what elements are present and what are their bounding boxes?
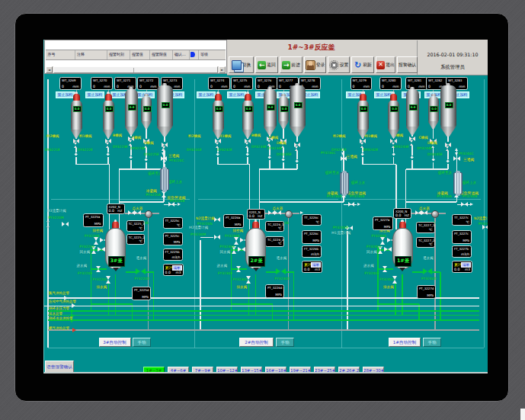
reset-button[interactable]: 清零 bbox=[311, 262, 321, 268]
valve-label: N2流量计阀 bbox=[474, 216, 488, 220]
page-tab-10#~12#[interactable]: 10#~12# bbox=[216, 367, 238, 374]
data-box: TC_3227_1℃ bbox=[416, 222, 435, 233]
column-header: 等级 bbox=[200, 52, 208, 56]
auto-control-button[interactable]: 1#自动控制 bbox=[389, 338, 421, 347]
valve-tag: PY3240N bbox=[479, 223, 488, 226]
valve-tag: FY3230D bbox=[275, 277, 290, 281]
valve-wing bbox=[274, 210, 277, 215]
unit: HZ bbox=[258, 214, 262, 218]
tank-cone bbox=[278, 121, 289, 129]
manual-mode-button[interactable]: 手动 bbox=[276, 338, 294, 347]
pipe bbox=[288, 216, 290, 331]
tag-label: TC_3226_1 bbox=[267, 223, 283, 226]
tank-level-display: 0.0 bbox=[128, 104, 136, 111]
value: 0.0 bbox=[304, 268, 309, 271]
valve-tag: PY3240B bbox=[463, 195, 477, 199]
data-box: TC_3226_2℃ bbox=[265, 236, 284, 248]
flow-arrow-icon bbox=[46, 226, 50, 229]
manual-mode-button[interactable]: 手动 bbox=[423, 338, 441, 347]
valve-wing bbox=[388, 247, 392, 252]
valve-tag: PY3230A bbox=[327, 195, 341, 199]
water-pipe bbox=[115, 274, 117, 316]
tag-label: PT_3225c bbox=[165, 234, 180, 238]
totalizer-box: 累计清零0.0m3 bbox=[452, 261, 472, 273]
reactor-port bbox=[113, 268, 119, 271]
toolbar-button-设置[interactable]: 设置 bbox=[328, 56, 350, 73]
page-tab-28#~30#[interactable]: 28#~30# bbox=[363, 367, 384, 374]
page-tab-19#~21#[interactable]: 19#~21# bbox=[290, 367, 311, 374]
valve-wing bbox=[96, 269, 101, 272]
tank-cone bbox=[406, 127, 419, 135]
valve-wing bbox=[94, 241, 98, 245]
tank-cone bbox=[290, 127, 306, 136]
tank-cap bbox=[73, 94, 80, 101]
tank-level-display: 0.0 bbox=[390, 106, 399, 112]
hmi-screen: 序号注释报警时刻报警值报警限值确认...等级 ◄ ► 1#~3#反应釜 2016… bbox=[43, 40, 488, 374]
tag-label: PT_3225d bbox=[134, 288, 149, 292]
auto-control-button[interactable]: 2#自动控制 bbox=[239, 338, 274, 347]
tag-label: 累计 bbox=[304, 262, 311, 267]
unit: MPa bbox=[427, 293, 434, 297]
data-box: PT_3225cMPa bbox=[163, 232, 183, 246]
frame bbox=[48, 348, 484, 348]
water-pipe bbox=[232, 303, 273, 305]
feed-tank: 0.0 bbox=[388, 40, 399, 198]
reset-button[interactable]: 清零 bbox=[172, 265, 182, 271]
data-box: FT_3227bm3/h bbox=[452, 245, 472, 258]
switch-windows-icon bbox=[232, 60, 242, 70]
unit: mm bbox=[312, 85, 318, 88]
desk-background: 序号注释报警时刻报警值报警限值确认...等级 ◄ ► 1#~3#反应釜 2016… bbox=[0, 0, 525, 420]
page-tab-2#,26#,27[interactable]: 2#,26#,27 bbox=[338, 367, 360, 374]
column-header: 序号 bbox=[48, 52, 56, 56]
page-tab-23#~25#[interactable]: 23#~25# bbox=[314, 367, 335, 374]
page-tab-1#~3#[interactable]: 1#~3# bbox=[143, 367, 165, 374]
valve-wing bbox=[351, 202, 354, 207]
tank-cap bbox=[295, 83, 299, 85]
valve-wing bbox=[341, 152, 344, 155]
unit: ℃ bbox=[466, 220, 469, 224]
reset-button[interactable]: 清零 bbox=[461, 262, 471, 268]
feed-tank: 0.0 bbox=[278, 40, 289, 198]
data-box: TC_3225_1℃ bbox=[126, 220, 146, 232]
tag-label: PT_3227a bbox=[375, 218, 389, 222]
device-label: 点火器 bbox=[133, 207, 143, 210]
data-box: TC_3225_2℃ bbox=[126, 234, 146, 245]
tank-level-display: 0.0 bbox=[445, 102, 453, 108]
feed-tank: 0.0 bbox=[406, 40, 419, 198]
valve-tag: FY3230C bbox=[233, 278, 248, 282]
valve-wing bbox=[101, 247, 105, 252]
header-label: 压缩空气供给总管 bbox=[49, 300, 76, 304]
tank-cap bbox=[267, 87, 272, 89]
valve-label: 三通阀 bbox=[347, 155, 357, 159]
manual-mode-button[interactable]: 手动 bbox=[133, 338, 151, 347]
unit: ℃ bbox=[315, 220, 319, 224]
page-tab-7#~9#[interactable]: 7#~9# bbox=[192, 367, 213, 374]
column-separator bbox=[189, 50, 190, 59]
exit-icon: ✕ bbox=[376, 61, 385, 69]
data-box: PT_3227dMPa bbox=[417, 285, 436, 299]
tank-cone bbox=[103, 130, 114, 138]
auto-control-button[interactable]: 3#自动控制 bbox=[99, 338, 131, 347]
value: 0.0 bbox=[454, 268, 459, 271]
header-label: 氮气供给总管 bbox=[49, 292, 69, 296]
device-label: 点火器 bbox=[273, 207, 283, 210]
water-pipe bbox=[378, 303, 419, 305]
tag-label: FT_3227b bbox=[454, 247, 469, 251]
feed-tank: 0.0 bbox=[103, 40, 114, 198]
unit: MPa bbox=[142, 295, 149, 299]
unit: MPa bbox=[275, 293, 282, 297]
valve-label: 料2蝶阀 bbox=[188, 134, 201, 138]
toolbar-button-登录[interactable]: 登录 bbox=[304, 56, 326, 73]
valve-label: M2流量计阀 bbox=[189, 226, 208, 229]
tank-cap bbox=[129, 87, 133, 89]
unit: mm bbox=[174, 85, 180, 88]
page-tab-16#~18#[interactable]: 16#~18# bbox=[265, 367, 287, 374]
scroll-left-icon[interactable]: ◄ bbox=[46, 66, 53, 73]
page-tab-4#~6#[interactable]: 4#~6# bbox=[168, 367, 189, 374]
page-tab-13#~15#[interactable]: 13#~15# bbox=[241, 367, 262, 374]
tag-label: TT_3225c bbox=[165, 219, 180, 223]
voice-alarm-ack-button[interactable]: 语音报警确认 bbox=[45, 361, 74, 374]
valve-wing bbox=[217, 235, 220, 239]
tank-level-display: 0.0 bbox=[294, 102, 303, 108]
toolbar-button-label: 登录 bbox=[316, 62, 325, 69]
